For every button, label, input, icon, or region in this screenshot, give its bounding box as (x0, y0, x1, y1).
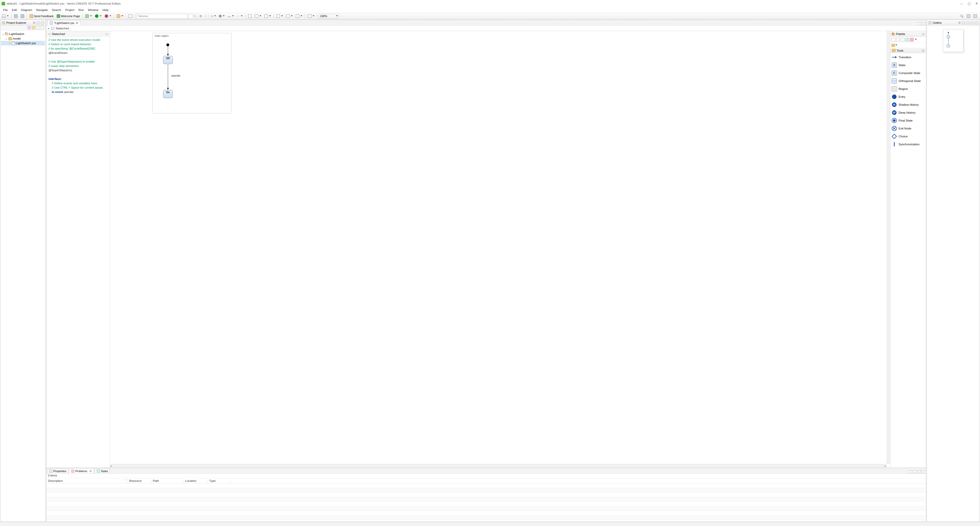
select-button[interactable] (285, 14, 294, 18)
zoom-out-tool[interactable] (900, 38, 904, 41)
scrollbar-vertical[interactable] (886, 31, 890, 464)
detach-icon[interactable]: ▭ (105, 32, 108, 36)
collapse-right-icon[interactable]: ▷ (923, 32, 925, 36)
search-button[interactable] (116, 14, 124, 18)
perspective-2-button[interactable] (972, 14, 978, 18)
caret-icon[interactable]: › (9, 41, 11, 45)
palette-section-tools[interactable]: Tools ⊘ (891, 48, 926, 53)
menu-edit[interactable]: Edit (10, 8, 19, 12)
folder-dropdown-icon[interactable] (896, 45, 897, 46)
palette-item-exit-node[interactable]: Exit Node (891, 124, 926, 132)
italic-button[interactable]: I (204, 14, 207, 18)
new-button[interactable] (1, 14, 10, 18)
palette-item-state[interactable]: S State (891, 61, 926, 69)
close-tab-icon[interactable]: ⊠ (76, 21, 78, 24)
link-editor-icon[interactable] (32, 26, 35, 29)
tab-close-icon[interactable]: ⊠ (89, 469, 92, 473)
palette-item-orthogonal-state[interactable]: Orthogonal State (891, 77, 926, 85)
initial-state[interactable] (166, 43, 169, 46)
menu-navigate[interactable]: Navigate (34, 8, 50, 12)
transition-label[interactable]: operate (171, 74, 180, 77)
arrange-button[interactable] (295, 14, 304, 18)
palette-item-transition[interactable]: Transition (891, 53, 926, 61)
chevron-right-icon[interactable]: ▸ (48, 27, 49, 30)
save-button[interactable] (13, 14, 19, 18)
palette-item-shallow-history[interactable]: H Shallow History (891, 100, 926, 108)
marquee-tool[interactable] (905, 38, 909, 41)
filter-icon[interactable] (36, 26, 40, 29)
line-color-button[interactable] (227, 14, 235, 18)
external-tools-button[interactable] (103, 14, 112, 18)
view-menu-icon[interactable] (913, 470, 916, 473)
palette-item-choice[interactable]: Choice (891, 132, 926, 140)
tab-properties[interactable]: Properties (47, 468, 68, 473)
debug-button[interactable] (84, 14, 93, 18)
tree-project[interactable]: ⌄ LightSwitch (1, 32, 45, 36)
outline-thumbnail[interactable] (943, 29, 963, 52)
save-all-button[interactable] (20, 14, 25, 18)
maximize-button[interactable]: ▢ (967, 2, 971, 5)
menu-diagram[interactable]: Diagram (19, 8, 34, 12)
tree-folder[interactable]: ⌄ model (1, 36, 45, 41)
diagram-canvas[interactable]: main region Off operate On ◂▸ (110, 31, 890, 467)
fill-color-button[interactable] (218, 14, 226, 18)
outline-tool-2[interactable] (966, 21, 969, 24)
project-tree[interactable]: ⌄ LightSwitch ⌄ model › LightSwitch.ysc (0, 31, 45, 521)
send-feedback-button[interactable]: Send Feedback (29, 14, 55, 18)
pin-button[interactable] (127, 14, 133, 18)
maximize-view-icon[interactable] (921, 470, 924, 473)
quick-access-button[interactable] (959, 14, 965, 18)
caret-icon[interactable]: ⌄ (5, 37, 8, 40)
palette-item-synchronization[interactable]: Synchronization (891, 140, 926, 148)
col-description[interactable]: Description˄ (46, 478, 127, 483)
palette-item-region[interactable]: Region (891, 85, 926, 93)
palette-item-final-state[interactable]: Final State (891, 116, 926, 124)
state-on[interactable]: On (163, 90, 173, 98)
menu-search[interactable]: Search (50, 8, 63, 12)
note-tool-dropdown-icon[interactable] (915, 39, 917, 41)
palette-item-deep-history[interactable]: H* Deep History (891, 108, 926, 116)
font-color-button[interactable]: A (210, 14, 217, 18)
view-close-icon[interactable]: ⊠ (33, 21, 35, 24)
collapse-all-icon[interactable] (27, 26, 31, 29)
minimize-view-icon[interactable] (917, 470, 920, 473)
palette-item-entry[interactable]: Entry (891, 93, 926, 100)
menu-window[interactable]: Window (86, 8, 100, 12)
pin-icon[interactable]: ⊘ (922, 49, 924, 53)
tab-problems[interactable]: Problems⊠ (69, 468, 94, 473)
col-path[interactable]: Path (151, 478, 184, 483)
menu-file[interactable]: File (1, 8, 10, 12)
minimize-view-icon[interactable] (970, 21, 974, 24)
run-button[interactable] (94, 14, 103, 18)
menu-help[interactable]: Help (100, 8, 110, 12)
grid-button[interactable] (307, 14, 315, 18)
zoom-combo[interactable]: 100% (319, 14, 339, 19)
bold-button[interactable]: B (199, 14, 203, 18)
menu-run[interactable]: Run (76, 8, 86, 12)
line-style-button[interactable]: → (236, 14, 244, 18)
state-off[interactable]: Off (163, 56, 173, 64)
tab-tasks[interactable]: Tasks (94, 468, 110, 473)
filter-icon[interactable] (909, 470, 912, 473)
close-button[interactable]: ✕ (975, 2, 978, 5)
editor-tab[interactable]: *LightSwitch.ysc ⊠ (48, 20, 80, 25)
maximize-editor-icon[interactable] (922, 22, 925, 25)
outline-tool-1[interactable] (962, 21, 965, 24)
minimize-editor-icon[interactable] (918, 22, 921, 25)
scrollbar-horizontal[interactable]: ◂▸ (110, 464, 886, 467)
breadcrumb[interactable]: ▸ Statechart (46, 26, 926, 31)
palette-item-composite-state[interactable]: C Composite State (891, 69, 926, 77)
minimize-button[interactable]: — (959, 2, 963, 5)
align-button[interactable] (263, 14, 272, 18)
collapse-left-icon[interactable]: ◁ (48, 32, 50, 36)
col-resource[interactable]: Resource (127, 478, 151, 483)
maximize-view-icon[interactable] (975, 21, 978, 24)
outline-body[interactable] (927, 26, 980, 521)
view-menu-icon[interactable] (41, 26, 44, 29)
order-button[interactable] (275, 14, 284, 18)
zoom-in-tool[interactable] (896, 38, 900, 41)
welcome-page-button[interactable]: Welcome Page (56, 14, 81, 18)
caret-icon[interactable]: ⌄ (2, 32, 4, 36)
definition-code[interactable]: // Use the event driven execution model.… (46, 37, 110, 467)
tree-file[interactable]: › LightSwitch.ysc (1, 41, 45, 45)
